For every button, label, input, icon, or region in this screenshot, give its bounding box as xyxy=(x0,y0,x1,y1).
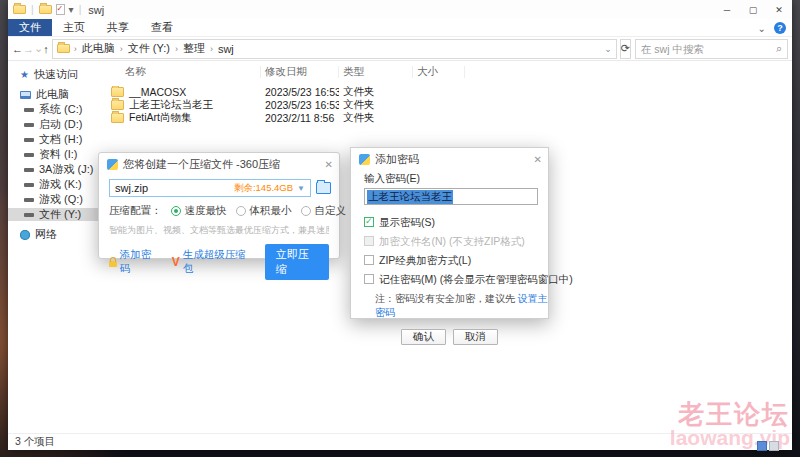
breadcrumb-drive[interactable]: 文件 (Y:) xyxy=(128,41,170,56)
add-password-label: 添加密码 xyxy=(120,248,160,276)
password-dialog-title: 添加密码 xyxy=(375,152,419,167)
breadcrumb-this-pc[interactable]: 此电脑 xyxy=(82,41,115,56)
column-header-type[interactable]: 类型 xyxy=(339,66,413,78)
breadcrumb-parent[interactable]: 整理 xyxy=(183,41,205,56)
super-package-link[interactable]: V 生成超级压缩包 xyxy=(172,248,253,276)
navigation-pane: ★ 快速访问 此电脑 系统 (C:) 启动 (D:) 文档 (H:) xyxy=(8,62,105,433)
breadcrumb-current[interactable]: swj xyxy=(218,43,234,55)
sidebar-item-drive-q[interactable]: 游戏 (Q:) xyxy=(8,193,105,206)
help-icon[interactable]: ? xyxy=(774,22,786,34)
ime-indicator xyxy=(757,441,779,451)
sidebar-item-drive-d[interactable]: 启动 (D:) xyxy=(8,118,105,131)
tab-share[interactable]: 共享 xyxy=(96,19,140,36)
sidebar-item-drive-y[interactable]: 文件 (Y:) xyxy=(8,208,105,221)
checkbox-label: ZIP经典加密方式(L) xyxy=(379,254,471,268)
compress-now-button[interactable]: 立即压缩 xyxy=(265,244,329,280)
computer-icon xyxy=(20,91,31,99)
password-dialog-buttons: 确认 取消 xyxy=(351,329,548,345)
sidebar-item-label: 文件 (Y:) xyxy=(39,207,81,222)
radio-icon xyxy=(236,206,246,216)
close-icon[interactable]: ✕ xyxy=(325,159,333,170)
recent-locations-icon[interactable]: ⌄ xyxy=(34,42,43,55)
maximize-button[interactable]: ▢ xyxy=(740,0,766,19)
confirm-button[interactable]: 确认 xyxy=(401,329,446,345)
checkbox-label: 记住密码(M) (将会显示在管理密码窗口中) xyxy=(379,273,573,287)
minimize-button[interactable]: ─ xyxy=(714,0,740,19)
zip-create-dialog: 您将创建一个压缩文件 -360压缩 ✕ swj.zip 剩余:145.4GB ▼… xyxy=(98,152,340,259)
sidebar-item-network[interactable]: 网络 xyxy=(8,228,105,241)
qat-properties-icon[interactable] xyxy=(56,4,65,15)
refresh-button[interactable]: ⟳ xyxy=(620,39,631,59)
chevron-down-icon[interactable]: ▼ xyxy=(297,184,305,193)
checkbox-label: 加密文件名(N) (不支持ZIP格式) xyxy=(379,235,525,249)
app-folder-icon xyxy=(13,5,26,14)
sidebar-item-drive-k[interactable]: 游戏 (K:) xyxy=(8,178,105,191)
forward-icon[interactable]: → xyxy=(23,43,34,55)
address-bar[interactable]: › 此电脑 › 文件 (Y:) › 整理 › swj ⌄ xyxy=(52,39,617,59)
checkbox-remember-password[interactable]: 记住密码(M) (将会显示在管理密码窗口中) xyxy=(364,273,548,287)
drive-icon xyxy=(24,108,34,112)
sidebar-item-this-pc[interactable]: 此电脑 xyxy=(8,88,105,101)
sidebar-item-drive-h[interactable]: 文档 (H:) xyxy=(8,133,105,146)
radio-custom[interactable]: 自定义 xyxy=(301,204,347,218)
address-toolbar: ← → ⌄ ↑ › 此电脑 › 文件 (Y:) › 整理 › swj ⌄ ⟳ xyxy=(8,37,792,61)
checkbox-show-password[interactable]: 显示密码(S) xyxy=(364,216,548,230)
tab-file[interactable]: 文件 xyxy=(8,19,52,36)
close-icon[interactable]: ✕ xyxy=(534,154,542,165)
checkbox-zip-legacy[interactable]: ZIP经典加密方式(L) xyxy=(364,254,548,268)
add-password-dialog: 添加密码 ✕ 输入密码(E) 上老王论坛当老王 显示密码(S) 加密文件名(N)… xyxy=(350,147,549,319)
search-box[interactable]: ⌕ xyxy=(635,39,788,59)
sidebar-item-label: 启动 (D:) xyxy=(39,117,82,132)
breadcrumb-sep-icon: › xyxy=(210,44,213,54)
up-icon[interactable]: ↑ xyxy=(43,43,49,55)
checkbox-label: 显示密码(S) xyxy=(379,216,435,230)
folder-icon xyxy=(111,87,124,97)
sidebar-item-quick-access[interactable]: ★ 快速访问 xyxy=(8,68,105,81)
browse-folder-icon[interactable] xyxy=(316,182,331,194)
expand-ribbon-icon[interactable]: ⌄ xyxy=(758,23,766,34)
table-row[interactable]: __MACOSX 2023/5/23 16:53 文件夹 xyxy=(105,85,792,98)
file-type: 文件夹 xyxy=(339,111,413,125)
address-dropdown-icon[interactable]: ⌄ xyxy=(604,44,612,54)
radio-icon xyxy=(301,206,311,216)
sidebar-item-drive-c[interactable]: 系统 (C:) xyxy=(8,103,105,116)
cancel-button[interactable]: 取消 xyxy=(453,329,498,345)
column-headers: 名称 修改日期 类型 大小 xyxy=(105,64,792,80)
zip-hint-text: 智能为图片、视频、文档等甄选最优压缩方式，兼具速度和压缩率 xyxy=(109,224,329,237)
table-row[interactable]: 上老王论坛当老王 2023/5/23 16:53 文件夹 xyxy=(105,98,792,111)
column-header-date[interactable]: 修改日期 xyxy=(261,66,339,78)
radio-smallest[interactable]: 体积最小 xyxy=(236,204,292,218)
sidebar-item-label: 游戏 (Q:) xyxy=(39,192,83,207)
sidebar-item-label: 系统 (C:) xyxy=(39,102,82,117)
qat-folder-icon[interactable] xyxy=(39,5,52,14)
tab-home[interactable]: 主页 xyxy=(52,19,96,36)
divider: | xyxy=(31,4,34,15)
checkbox-encrypt-filenames: 加密文件名(N) (不支持ZIP格式) xyxy=(364,235,548,249)
sidebar-item-label: 快速访问 xyxy=(34,67,78,82)
ime-icon xyxy=(769,441,779,451)
back-icon[interactable]: ← xyxy=(12,43,23,55)
zip-filename-input[interactable]: swj.zip 剩余:145.4GB ▼ xyxy=(109,179,311,197)
file-name: 上老王论坛当老王 xyxy=(129,98,213,112)
radio-label: 体积最小 xyxy=(250,204,292,218)
column-header-name[interactable]: 名称 xyxy=(105,66,261,78)
sidebar-item-drive-i[interactable]: 资料 (I:) xyxy=(8,148,105,161)
password-input[interactable]: 上老王论坛当老王 xyxy=(364,188,538,205)
file-name: __MACOSX xyxy=(129,86,186,98)
search-input[interactable] xyxy=(641,43,776,55)
radio-fastest[interactable]: 速度最快 xyxy=(171,204,227,218)
qat-customize-icon[interactable]: ▾ xyxy=(69,4,74,15)
checkbox-icon xyxy=(364,236,374,246)
sidebar-item-drive-j[interactable]: 3A游戏 (J:) xyxy=(8,163,105,176)
breadcrumb-sep-icon: › xyxy=(120,44,123,54)
drive-icon xyxy=(24,213,34,217)
zip-dialog-title: 您将创建一个压缩文件 -360压缩 xyxy=(123,157,280,172)
folder-icon xyxy=(111,113,124,123)
drive-icon xyxy=(24,183,34,187)
tab-view[interactable]: 查看 xyxy=(140,19,184,36)
add-password-link[interactable]: 添加密码 xyxy=(109,248,160,276)
password-app-icon xyxy=(359,154,370,165)
close-button[interactable]: ✕ xyxy=(766,0,792,19)
table-row[interactable]: FetiArt尚物集 2023/2/11 8:56 文件夹 xyxy=(105,111,792,124)
column-header-size[interactable]: 大小 xyxy=(413,66,465,78)
